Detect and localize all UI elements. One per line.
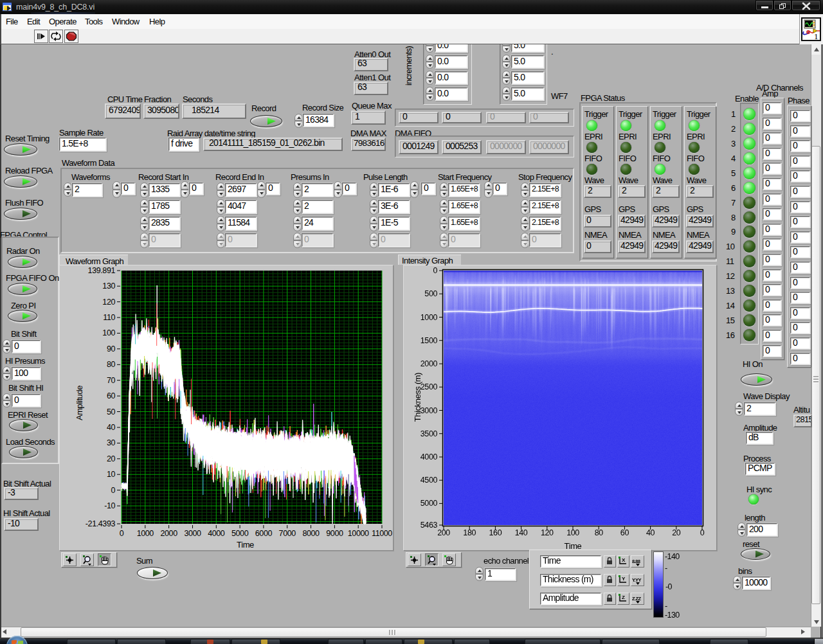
- svg-text:2000: 2000: [160, 529, 177, 538]
- svg-text:0: 0: [700, 528, 705, 537]
- svg-text:120: 120: [102, 298, 115, 307]
- svg-text:70: 70: [107, 376, 116, 385]
- svg-text:10: 10: [107, 470, 116, 479]
- svg-text:3000: 3000: [184, 529, 201, 538]
- svg-text:4000: 4000: [208, 529, 225, 538]
- svg-text:3500: 3500: [421, 429, 438, 438]
- svg-text:3000: 3000: [421, 406, 438, 415]
- svg-text:60: 60: [107, 391, 116, 400]
- svg-text:5000: 5000: [231, 529, 249, 538]
- svg-text:Amplitude: Amplitude: [75, 386, 84, 420]
- svg-text:5463: 5463: [421, 521, 438, 530]
- svg-text:11000: 11000: [372, 529, 392, 538]
- svg-text:200: 200: [437, 528, 450, 537]
- svg-text:80: 80: [107, 360, 116, 369]
- svg-text:100: 100: [566, 528, 579, 537]
- svg-text:4000: 4000: [421, 452, 438, 461]
- svg-text:Time: Time: [237, 540, 254, 550]
- svg-text:50: 50: [107, 407, 116, 416]
- svg-text:Y: Y: [622, 576, 626, 582]
- svg-text:110: 110: [103, 313, 115, 322]
- svg-text:60: 60: [620, 528, 629, 537]
- svg-text:30: 30: [107, 438, 116, 447]
- svg-text:100: 100: [102, 328, 115, 337]
- svg-text:130: 130: [102, 282, 115, 291]
- svg-text:Z: Z: [622, 595, 625, 600]
- svg-text:1000: 1000: [137, 529, 154, 538]
- svg-text:80: 80: [595, 528, 604, 537]
- svg-text:1000: 1000: [421, 313, 438, 322]
- svg-text:0: 0: [120, 529, 124, 538]
- svg-text:1: 1: [814, 31, 818, 40]
- svg-text:2000: 2000: [421, 359, 438, 368]
- svg-text:500: 500: [424, 289, 437, 298]
- svg-text:7000: 7000: [279, 529, 296, 538]
- svg-text:X: X: [622, 557, 626, 563]
- svg-text:160: 160: [489, 528, 502, 537]
- svg-text:2500: 2500: [421, 382, 438, 391]
- svg-text:Thickness (m): Thickness (m): [413, 373, 422, 422]
- svg-text:20: 20: [107, 454, 116, 463]
- svg-text:0: 0: [433, 266, 437, 275]
- svg-text:10000: 10000: [348, 529, 369, 538]
- svg-text:20: 20: [672, 528, 681, 537]
- svg-text:139.891: 139.891: [88, 266, 116, 275]
- svg-text:40: 40: [646, 528, 655, 537]
- svg-text:5000: 5000: [421, 499, 438, 508]
- svg-text:90: 90: [107, 344, 116, 353]
- svg-text:180: 180: [463, 528, 476, 537]
- svg-text:6000: 6000: [255, 529, 273, 538]
- svg-text:0: 0: [111, 486, 115, 495]
- svg-text:9000: 9000: [326, 529, 343, 538]
- svg-text:120: 120: [541, 528, 554, 537]
- svg-text:-10: -10: [104, 501, 115, 510]
- svg-text:-21.4393: -21.4393: [86, 519, 116, 528]
- svg-text:1500: 1500: [421, 336, 438, 345]
- svg-text:140: 140: [515, 528, 528, 537]
- svg-text:8000: 8000: [302, 529, 320, 538]
- svg-text:4500: 4500: [421, 476, 438, 485]
- svg-text:40: 40: [107, 423, 116, 432]
